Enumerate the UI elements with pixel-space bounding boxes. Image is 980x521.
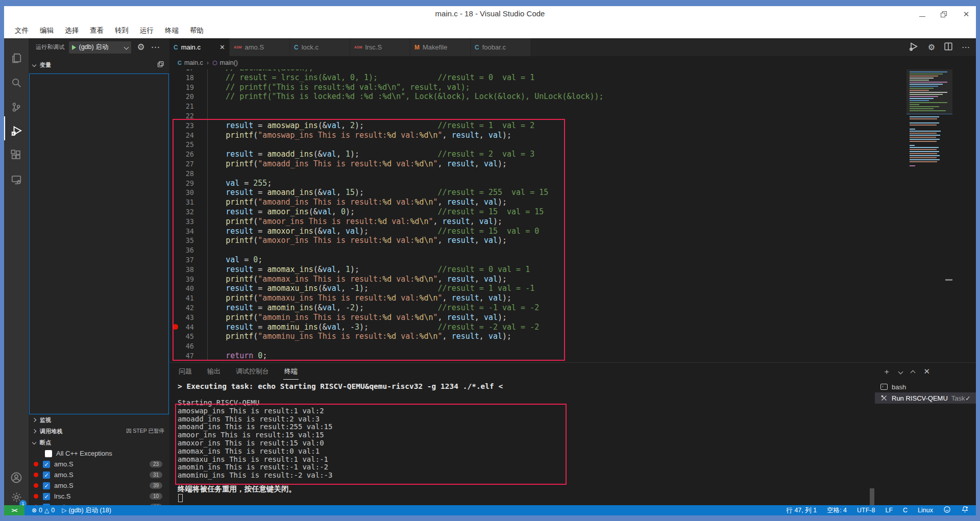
code-line-40[interactable]: 40 result = amomaxu_ins(&val, -1); //res… [169,284,782,293]
breakpoint-item[interactable]: ✓lrsc.S10 [29,491,169,502]
code-line-26[interactable]: 26 result = amoadd_ins(&val, 1); //resul… [169,150,782,159]
exceptions-checkbox[interactable] [45,450,52,457]
breakpoint-gutter[interactable] [173,227,180,236]
problems-status[interactable]: ⊗ 0 △ 0 [32,507,55,514]
tab-Makefile[interactable]: MMakefile [410,38,471,56]
breakpoint-gutter[interactable] [173,83,180,92]
run-and-debug-icon[interactable] [8,122,24,139]
terminal-scrollbar[interactable] [870,488,874,505]
breakpoint-gutter[interactable] [173,150,180,159]
code-line-47[interactable]: 47 return 0; [169,351,782,361]
menu-item-运行[interactable]: 运行 [134,24,159,37]
terminal-output[interactable]: > Executing task: echo Starting RISCV-QE… [178,382,862,390]
terminal-dropdown-icon[interactable] [898,369,903,374]
breakpoint-checkbox[interactable]: ✓ [43,493,50,500]
account-icon[interactable] [8,469,24,486]
breakpoint-gutter[interactable] [173,284,180,293]
breakpoints-pane-header[interactable]: 断点 [29,437,169,448]
panel-tab-输出[interactable]: 输出 [206,364,222,379]
split-pane-icon[interactable] [157,61,164,69]
tab-close-icon[interactable]: ✕ [219,43,225,51]
breakpoint-gutter[interactable] [173,245,180,255]
breakpoint-gutter[interactable] [173,275,180,284]
breakpoint-dot[interactable] [173,324,178,330]
debug-start-icon[interactable] [72,45,76,50]
breakpoint-gutter[interactable] [173,322,180,332]
status-item[interactable]: UTF-8 [857,507,875,514]
code-line-27[interactable]: 27 printf("amoadd_ins This is result:%d … [169,159,782,169]
breakpoint-gutter[interactable] [173,179,180,188]
code-line-46[interactable]: 46 [169,341,782,351]
menu-item-编辑[interactable]: 编辑 [34,24,59,37]
close-panel-icon[interactable]: ✕ [923,367,930,376]
breakpoint-gutter[interactable] [173,131,180,140]
breadcrumb-symbol[interactable]: main() [220,59,238,66]
breakpoint-gutter[interactable] [173,207,180,217]
debug-more-actions-icon[interactable]: ⋯ [151,42,160,53]
maximize-panel-icon[interactable] [911,370,916,375]
menu-item-帮助[interactable]: 帮助 [184,24,209,37]
breakpoint-gutter[interactable] [173,111,180,121]
debug-settings-gear-icon[interactable]: ⚙ [137,42,145,53]
code-line-44[interactable]: 44 result = amominu_ins(&val, -3); //res… [169,322,782,332]
menu-item-选择[interactable]: 选择 [59,24,84,37]
code-line-37[interactable]: 37 val = 0; [169,255,782,265]
tab-amo.S[interactable]: ASMamo.S [230,38,290,56]
status-item[interactable]: LF [885,507,893,514]
code-line-42[interactable]: 42 result = amomin_ins(&val, -2); //resu… [169,303,782,313]
code-line-41[interactable]: 41 printf("amomaxu_ins This is result:%d… [169,293,782,303]
breadcrumb[interactable]: C main.c › ⬡ main() [169,56,976,69]
exceptions-row[interactable]: All C++ Exceptions [29,448,169,459]
variables-pane-header[interactable]: 变量 [29,59,169,70]
menu-item-转到[interactable]: 转到 [109,24,134,37]
breakpoint-checkbox[interactable]: ✓ [43,482,50,489]
breakpoint-checkbox[interactable]: ✓ [43,461,50,468]
code-editor[interactable]: 17 // LockInit(&lock);18 // result = lrs… [169,69,976,362]
variables-pane-body[interactable] [29,73,169,414]
tab-lock.c[interactable]: Clock.c [290,38,350,56]
close-icon[interactable]: ✕ [962,10,971,19]
debug-config-select[interactable]: (gdb) 启动 [69,41,131,54]
restore-icon[interactable] [941,12,946,17]
panel-tab-调试控制台[interactable]: 调试控制台 [235,364,270,379]
breakpoint-gutter[interactable] [173,140,180,150]
split-editor-icon[interactable] [944,42,952,53]
code-line-29[interactable]: 29 val = 255; [169,179,782,188]
breakpoint-item[interactable]: ✓amo.S31 [29,469,169,480]
configure-gear-icon[interactable]: ⚙ [928,42,935,52]
breakpoint-gutter[interactable] [173,92,180,102]
code-line-31[interactable]: 31 printf("amoand_ins This is result:%d … [169,197,782,207]
minimize-icon[interactable] [919,12,925,17]
extensions-icon[interactable] [8,147,24,163]
code-line-28[interactable]: 28 [169,169,782,179]
breakpoint-gutter[interactable] [173,236,180,245]
remote-indicator[interactable]: >< [4,505,24,515]
breakpoint-gutter[interactable] [173,188,180,197]
feedback-icon[interactable] [943,506,951,515]
breakpoint-checkbox[interactable]: ✓ [43,472,50,479]
explorer-icon[interactable] [8,50,24,66]
code-line-19[interactable]: 19 // printf("This is result:%d val:%d\n… [169,83,782,92]
source-control-icon[interactable] [8,99,24,115]
remote-explorer-icon[interactable] [8,171,24,188]
status-item[interactable]: Linux [918,507,933,514]
breakpoint-gutter[interactable] [173,73,180,83]
code-line-32[interactable]: 32 result = amoor_ins(&val, 0); //result… [169,207,782,217]
code-line-17[interactable]: 17 // LockInit(&lock); [169,69,782,73]
settings-gear-icon[interactable]: 1 [8,489,24,505]
tab-lrsc.S[interactable]: ASMlrsc.S [350,38,410,56]
breakpoint-item[interactable]: ✓amo.S23 [29,459,169,469]
code-line-18[interactable]: 18 // result = lrsc_ins(&val, 0, 1); //r… [169,73,782,83]
breakpoint-item[interactable]: ✓amo.S39 [29,480,169,491]
menu-item-查看[interactable]: 查看 [84,24,109,37]
breakpoint-gutter[interactable] [173,69,180,73]
status-item[interactable]: 空格: 4 [827,506,847,515]
breakpoint-gutter[interactable] [173,255,180,265]
breakpoint-gutter[interactable] [173,197,180,207]
breakpoint-gutter[interactable] [173,217,180,227]
breakpoint-gutter[interactable] [173,159,180,169]
breakpoint-gutter[interactable] [173,332,180,341]
code-line-33[interactable]: 33 printf("amoor_ins This is result:%d v… [169,217,782,227]
code-line-38[interactable]: 38 result = amomax_ins(&val, 1); //resul… [169,265,782,275]
breakpoint-gutter[interactable] [173,102,180,111]
